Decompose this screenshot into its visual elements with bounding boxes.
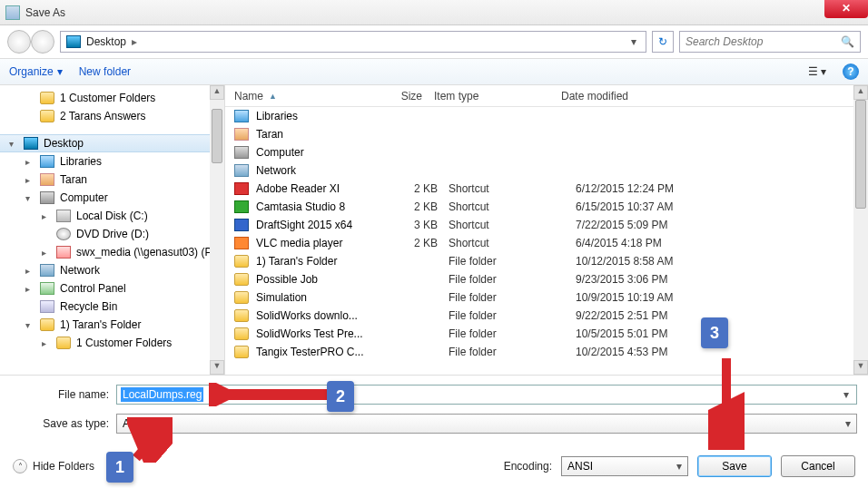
item-date: 7/22/2015 5:09 PM <box>576 219 721 231</box>
help-button[interactable]: ? <box>843 63 859 80</box>
search-box[interactable]: 🔍 <box>679 31 861 53</box>
item-name: Camtasia Studio 8 <box>256 200 385 213</box>
col-date[interactable]: Date modified <box>561 90 706 102</box>
breadcrumb[interactable]: Desktop <box>86 35 126 48</box>
expand-icon[interactable]: ▾ <box>25 193 35 203</box>
list-item[interactable]: DraftSight 2015 x643 KBShortcut7/22/2015… <box>225 216 868 234</box>
search-input[interactable] <box>686 35 841 48</box>
list-scrollbar[interactable]: ▲ ▼ <box>853 85 868 375</box>
item-name: Tangix TesterPRO C... <box>256 346 385 358</box>
list-item[interactable]: SolidWorks Test Pre...File folder10/5/20… <box>225 325 868 343</box>
col-type[interactable]: Item type <box>434 90 561 102</box>
item-icon <box>234 273 249 286</box>
list-item[interactable]: Tangix TesterPRO C...File folder10/2/201… <box>225 343 868 361</box>
list-item[interactable]: Adobe Reader XI2 KBShortcut6/12/2015 12:… <box>225 180 868 198</box>
tree-node[interactable]: ▸Libraries <box>0 152 224 171</box>
item-date: 10/2/2015 4:53 PM <box>576 346 721 358</box>
address-bar[interactable]: Desktop ▸ ▾ <box>60 31 646 53</box>
annotation-callout-3: 3 <box>701 317 728 348</box>
list-item[interactable]: Taran <box>225 125 868 143</box>
annotation-arrow <box>127 417 173 463</box>
list-item[interactable]: VLC media player2 KBShortcut6/4/2015 4:1… <box>225 234 868 252</box>
list-item[interactable]: SimulationFile folder10/9/2015 10:19 AM <box>225 288 868 307</box>
tree-label: DVD Drive (D:) <box>76 228 149 240</box>
tree-node[interactable]: DVD Drive (D:) <box>0 225 224 243</box>
tree-node[interactable]: ▾Computer <box>0 189 224 207</box>
item-date: 6/4/2015 4:18 PM <box>576 237 721 249</box>
item-name: Simulation <box>256 291 385 304</box>
tree-node[interactable]: ▾1) Taran's Folder <box>0 316 224 334</box>
tree-label: Computer <box>60 191 108 204</box>
item-icon <box>234 182 249 195</box>
item-name: 1) Taran's Folder <box>256 255 385 268</box>
item-date: 6/15/2015 10:37 AM <box>576 200 721 213</box>
item-name: Libraries <box>256 110 385 122</box>
expand-icon[interactable]: ▸ <box>25 175 35 185</box>
tree-node[interactable]: ▸Control Panel <box>0 279 224 298</box>
new-folder-button[interactable]: New folder <box>79 65 131 78</box>
tree-node[interactable]: ▸Taran <box>0 171 224 189</box>
list-item[interactable]: 1) Taran's FolderFile folder10/12/2015 8… <box>225 252 868 270</box>
item-icon <box>234 200 249 213</box>
node-icon <box>56 210 71 222</box>
expand-icon[interactable]: ▸ <box>42 211 51 221</box>
scroll-thumb[interactable] <box>212 109 222 163</box>
expand-icon[interactable]: ▸ <box>25 157 35 167</box>
save-button[interactable]: Save <box>697 455 772 477</box>
list-item[interactable]: Possible JobFile folder9/23/2015 3:06 PM <box>225 270 868 288</box>
filename-value: LocalDumps.reg <box>121 387 203 402</box>
item-date: 9/23/2015 3:06 PM <box>576 273 721 286</box>
view-options[interactable]: ☰ ▾ <box>808 65 826 78</box>
item-name: Adobe Reader XI <box>256 182 385 195</box>
tree-node-desktop[interactable]: ▾ Desktop <box>0 134 224 152</box>
file-list: Name▲ Size Item type Date modified Libra… <box>225 85 868 375</box>
scroll-down-button[interactable]: ▼ <box>210 360 224 375</box>
tree-node[interactable]: 2 Tarans Answers <box>0 107 224 125</box>
encoding-select[interactable]: ANSI ▾ <box>561 456 688 476</box>
desktop-icon <box>24 137 38 150</box>
list-item[interactable]: Libraries <box>225 107 868 125</box>
refresh-button[interactable]: ↻ <box>652 31 674 53</box>
expand-icon[interactable]: ▸ <box>42 338 51 348</box>
item-type: Shortcut <box>449 237 576 249</box>
node-icon <box>56 228 71 240</box>
organize-menu[interactable]: Organize▾ <box>9 65 63 78</box>
tree-node[interactable]: 1 Customer Folders <box>0 89 224 107</box>
list-item[interactable]: SolidWorks downlo...File folder9/22/2015… <box>225 307 868 325</box>
expand-icon[interactable]: ▸ <box>25 266 35 276</box>
back-button[interactable] <box>7 30 31 54</box>
tree-node[interactable]: Recycle Bin <box>0 298 224 316</box>
collapse-icon[interactable]: ▾ <box>9 139 18 149</box>
sort-asc-icon: ▲ <box>269 92 277 101</box>
list-item[interactable]: Computer <box>225 143 868 161</box>
address-dropdown[interactable]: ▾ <box>627 35 640 48</box>
tree-node[interactable]: ▸Local Disk (C:) <box>0 207 224 225</box>
saveastype-select[interactable]: All Files ▾ <box>116 414 857 434</box>
scroll-up-button[interactable]: ▲ <box>853 85 868 100</box>
col-name[interactable]: Name▲ <box>234 90 370 102</box>
chevron-right-icon[interactable]: ▸ <box>132 35 137 48</box>
tree-node[interactable]: ▸Network <box>0 261 224 279</box>
expand-icon[interactable]: ▸ <box>25 284 35 294</box>
forward-button[interactable] <box>31 30 54 54</box>
cancel-button[interactable]: Cancel <box>781 455 855 477</box>
window-title: Save As <box>25 6 65 19</box>
list-item[interactable]: Camtasia Studio 82 KBShortcut6/15/2015 1… <box>225 198 868 216</box>
item-type: File folder <box>449 346 576 358</box>
list-item[interactable]: Network <box>225 161 868 180</box>
search-icon[interactable]: 🔍 <box>841 35 854 48</box>
expand-icon[interactable]: ▸ <box>42 248 51 258</box>
tree-node[interactable]: ▸1 Customer Folders <box>0 334 224 352</box>
tree-node[interactable]: ▸swx_media (\\genasut03) (P:) <box>0 243 224 261</box>
expand-icon[interactable]: ▾ <box>25 320 35 330</box>
col-size[interactable]: Size <box>370 90 434 102</box>
annotation-callout-2: 2 <box>327 381 354 412</box>
column-headers: Name▲ Size Item type Date modified <box>225 85 868 107</box>
scroll-up-button[interactable]: ▲ <box>210 85 224 100</box>
scroll-thumb[interactable] <box>855 100 866 209</box>
close-button[interactable]: ✕ <box>824 0 868 18</box>
scroll-down-button[interactable]: ▼ <box>853 360 868 375</box>
filename-dropdown[interactable]: ▾ <box>840 388 853 401</box>
hide-folders-button[interactable]: ˄ Hide Folders <box>13 459 94 473</box>
tree-scrollbar[interactable]: ▲ ▼ <box>210 85 224 375</box>
